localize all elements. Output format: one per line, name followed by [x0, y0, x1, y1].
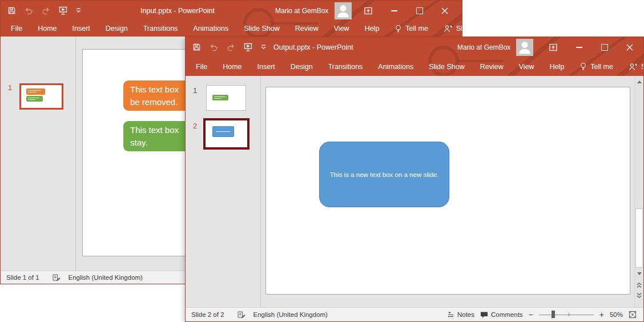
account-name[interactable]: Mario at GemBox — [457, 37, 510, 57]
tab-transitions[interactable]: Transitions — [143, 25, 178, 33]
titlebar: Input.pptx - PowerPoint Mario at GemBox — [1, 1, 462, 21]
ribbon-display-options-icon[interactable] — [543, 37, 564, 57]
window-header: Input.pptx - PowerPoint Mario at GemBox — [1, 1, 462, 37]
comments-icon — [480, 311, 488, 319]
tab-tellme-label: Tell me — [405, 25, 428, 33]
redo-icon[interactable] — [42, 7, 50, 15]
close-button[interactable] — [619, 37, 640, 57]
redo-icon[interactable] — [227, 43, 235, 51]
account-name[interactable]: Mario at GemBox — [275, 1, 328, 21]
language-indicator[interactable]: English (United Kingdom) — [69, 274, 143, 281]
tab-file[interactable]: File — [196, 63, 207, 71]
window-title: Input.pptx - PowerPoint — [140, 1, 215, 21]
slide-number-1: 1 — [193, 86, 197, 95]
tab-insert[interactable]: Insert — [73, 25, 90, 33]
powerpoint-window-output: Output.pptx - PowerPoint Mario at GemBox — [185, 37, 644, 322]
fit-slide-to-window-icon[interactable] — [629, 311, 637, 319]
status-bar: Slide 2 of 2 English (United Kingdom) No… — [186, 307, 643, 321]
slide-thumbnail-1[interactable] — [19, 83, 63, 110]
tab-view[interactable]: View — [334, 25, 349, 33]
ribbon-tab-row: File Home Insert Design Transitions Anim… — [1, 21, 462, 37]
slide-number: 1 — [8, 83, 12, 92]
previous-slide-icon[interactable] — [635, 280, 643, 289]
tab-share-label: Share — [641, 63, 643, 71]
thumbnail-green-shape — [212, 95, 228, 100]
maximize-button[interactable] — [594, 37, 615, 57]
tab-share[interactable]: Share — [444, 25, 462, 33]
comments-label: Comments — [491, 311, 523, 318]
blue-text-box[interactable]: This is a new text box on a new slide. — [319, 142, 449, 207]
scroll-up-icon[interactable] — [635, 77, 643, 86]
maximize-button[interactable] — [409, 1, 430, 21]
scrollbar-thumb[interactable] — [635, 208, 643, 268]
tab-slideshow[interactable]: Slide Show — [429, 63, 465, 71]
undo-icon[interactable] — [24, 7, 34, 15]
share-person-icon — [629, 63, 638, 71]
start-slideshow-icon[interactable] — [243, 43, 253, 52]
tab-view[interactable]: View — [519, 63, 534, 71]
tab-design[interactable]: Design — [291, 63, 313, 71]
tab-design[interactable]: Design — [106, 25, 128, 33]
tab-insert[interactable]: Insert — [257, 63, 275, 71]
customize-qat-icon[interactable] — [261, 45, 266, 50]
tab-animations[interactable]: Animations — [193, 25, 228, 33]
tab-file[interactable]: File — [11, 25, 22, 33]
notes-icon — [447, 311, 454, 319]
close-button[interactable] — [434, 1, 455, 21]
quick-access-toolbar — [192, 37, 266, 57]
spellcheck-icon[interactable] — [237, 311, 245, 319]
ribbon-tab-row: File Home Insert Design Transitions Anim… — [186, 57, 643, 76]
slide-indicator[interactable]: Slide 1 of 1 — [6, 274, 39, 281]
tab-slideshow[interactable]: Slide Show — [244, 25, 280, 33]
minimize-button[interactable] — [384, 1, 404, 21]
tab-home[interactable]: Home — [38, 25, 57, 33]
start-slideshow-icon[interactable] — [58, 6, 68, 15]
scroll-down-icon[interactable] — [635, 269, 643, 278]
user-avatar[interactable] — [335, 2, 352, 19]
thumbnail-blue-shape — [212, 126, 234, 137]
undo-icon[interactable] — [209, 43, 219, 51]
window-header: Output.pptx - PowerPoint Mario at GemBox — [186, 37, 643, 76]
zoom-in-button[interactable]: + — [599, 310, 604, 319]
tab-tellme[interactable]: Tell me — [395, 25, 428, 33]
slide-thumbnail-2-selected[interactable] — [203, 118, 249, 150]
notes-label: Notes — [457, 311, 474, 318]
tab-share-label: Share — [456, 25, 462, 33]
minimize-button[interactable] — [569, 37, 589, 57]
tab-help[interactable]: Help — [365, 25, 380, 33]
slide-thumbnail-1[interactable] — [206, 85, 246, 111]
save-icon[interactable] — [192, 43, 201, 51]
desktop: Input.pptx - PowerPoint Mario at GemBox — [0, 0, 644, 322]
tab-tellme-label: Tell me — [590, 63, 613, 71]
tab-home[interactable]: Home — [223, 63, 242, 71]
notes-button[interactable]: Notes — [447, 311, 474, 319]
thumbnail-green-shape — [26, 96, 43, 102]
customize-qat-icon[interactable] — [76, 8, 81, 13]
language-indicator[interactable]: English (United Kingdom) — [253, 311, 328, 318]
zoom-slider-thumb[interactable] — [552, 311, 555, 318]
tab-review[interactable]: Review — [295, 25, 319, 33]
slide-thumbnail-panel: 1 — [1, 37, 76, 271]
next-slide-icon[interactable] — [635, 291, 643, 300]
spellcheck-icon[interactable] — [52, 273, 61, 281]
tab-share[interactable]: Share — [629, 63, 643, 71]
window-title: Output.pptx - PowerPoint — [273, 37, 353, 57]
tab-review[interactable]: Review — [480, 63, 504, 71]
vertical-scrollbar[interactable] — [634, 77, 643, 307]
slide-indicator[interactable]: Slide 2 of 2 — [191, 311, 224, 318]
thumbnail-orange-shape — [26, 88, 45, 95]
lightbulb-icon — [579, 62, 587, 71]
comments-button[interactable]: Comments — [480, 311, 523, 319]
blue-text: This is a new text box on a new slide. — [330, 171, 439, 178]
tab-tellme[interactable]: Tell me — [579, 62, 613, 71]
tab-transitions[interactable]: Transitions — [328, 63, 363, 71]
ribbon-display-options-icon[interactable] — [358, 1, 379, 21]
save-icon[interactable] — [7, 6, 16, 15]
zoom-out-button[interactable]: − — [529, 310, 533, 319]
user-avatar[interactable] — [516, 39, 533, 56]
zoom-slider[interactable] — [539, 311, 594, 319]
tab-help[interactable]: Help — [550, 63, 565, 71]
share-person-icon — [444, 25, 453, 33]
tab-animations[interactable]: Animations — [378, 63, 413, 71]
zoom-level[interactable]: 50% — [610, 311, 623, 318]
